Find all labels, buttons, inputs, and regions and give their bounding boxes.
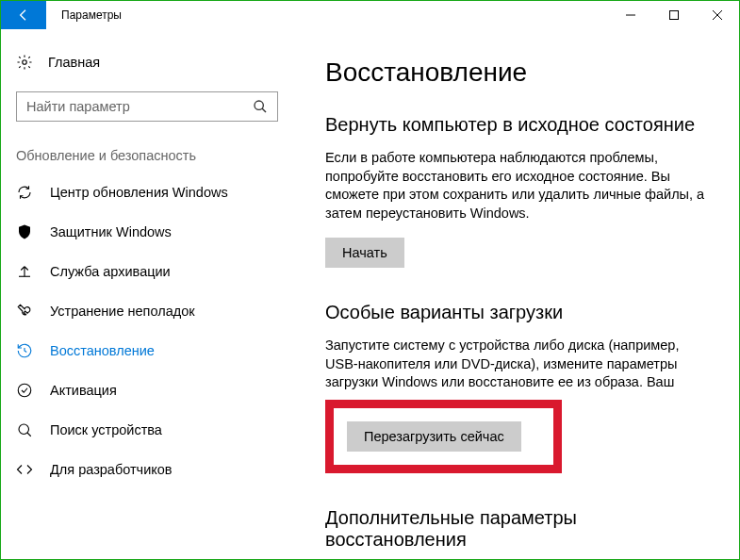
sidebar-item-label: Восстановление [50,343,155,358]
sidebar-item-troubleshoot[interactable]: Устранение неполадок [1,291,293,331]
minimize-icon [626,10,635,20]
sidebar-item-recovery[interactable]: Восстановление [1,331,293,371]
svg-point-1 [23,60,27,65]
sidebar-item-activation[interactable]: Активация [1,371,293,410]
maximize-icon [669,10,679,20]
home-label: Главная [48,55,100,70]
section-title: Особые варианты загрузки [325,302,707,323]
sidebar-item-windows-update[interactable]: Центр обновления Windows [1,173,293,212]
section-more-recovery: Дополнительные параметры восстановления [325,507,707,551]
section-title: Вернуть компьютер в исходное состояние [325,114,707,136]
close-button[interactable] [696,1,739,29]
back-button[interactable] [1,1,46,29]
maximize-button[interactable] [652,1,696,29]
section-label: Обновление и безопасность [16,148,278,163]
svg-point-3 [18,384,31,397]
history-icon [16,342,33,359]
svg-point-4 [19,424,29,435]
reset-start-button[interactable]: Начать [325,238,404,268]
sidebar-item-find-device[interactable]: Поиск устройства [1,410,293,450]
page-title: Восстановление [325,58,707,88]
sidebar-item-defender[interactable]: Защитник Windows [1,212,293,252]
sidebar-item-label: Для разработчиков [50,462,173,477]
sidebar-item-developers[interactable]: Для разработчиков [1,450,293,489]
home-link[interactable]: Главная [1,44,293,80]
section-advanced-startup: Особые варианты загрузки Запустите систе… [325,302,707,473]
section-title: Дополнительные параметры восстановления [325,507,707,551]
svg-rect-0 [670,11,679,20]
gear-icon [16,54,33,71]
sidebar-item-label: Служба архивации [50,264,171,279]
shield-icon [16,223,33,240]
settings-window: Параметры Главная [0,0,740,560]
wrench-icon [16,303,33,320]
content-area: Главная Обновление и безопасность Центр … [1,29,739,559]
section-description: Если в работе компьютера наблюдаются про… [325,149,707,222]
code-icon [16,461,33,478]
svg-point-2 [255,101,263,109]
check-circle-icon [16,382,33,399]
search-icon [253,99,268,114]
titlebar: Параметры [1,1,739,29]
section-description: Запустите систему с устройства либо диск… [325,337,707,392]
location-icon [16,421,33,438]
highlight-annotation: Перезагрузить сейчас [325,400,562,473]
sidebar: Главная Обновление и безопасность Центр … [1,29,293,559]
restart-now-button[interactable]: Перезагрузить сейчас [347,421,521,452]
window-controls [609,1,739,29]
sidebar-item-backup[interactable]: Служба архивации [1,252,293,291]
minimize-button[interactable] [609,1,652,29]
sidebar-item-label: Устранение неполадок [50,304,195,319]
section-reset: Вернуть компьютер в исходное состояние Е… [325,114,707,268]
close-icon [713,10,722,20]
backup-icon [16,263,33,280]
sidebar-item-label: Поиск устройства [50,422,162,437]
main-panel: Восстановление Вернуть компьютер в исход… [293,29,739,559]
sidebar-item-label: Защитник Windows [50,224,172,239]
sync-icon [16,184,33,201]
sidebar-item-label: Активация [50,383,117,398]
search-input[interactable] [17,99,253,114]
sidebar-item-label: Центр обновления Windows [50,185,228,200]
search-box[interactable] [16,91,278,122]
app-title: Параметры [61,8,609,22]
arrow-left-icon [16,8,31,23]
